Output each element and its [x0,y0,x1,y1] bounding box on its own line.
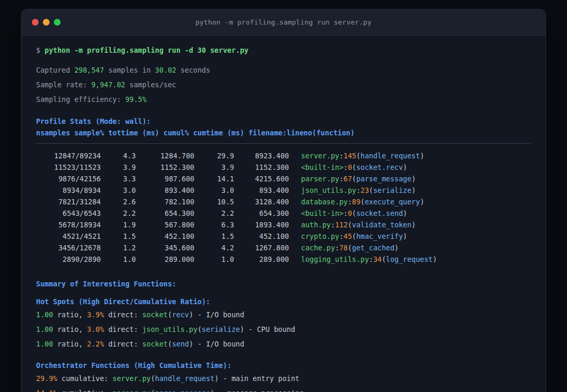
hot-spot-item: 1.00 ratio, 3.9% direct: socket(recv) - … [36,309,531,320]
sample-pct-cell: 2.2 [101,207,136,219]
cumtime-cell: 654.300 [234,207,289,219]
file-name: <built-in> [301,209,343,217]
file-name: json_utils.py [301,186,356,194]
tottime-cell: 987.600 [136,173,194,185]
line-number: 89 [352,198,361,206]
minimize-button[interactable] [43,19,50,26]
function-name: serialize [373,186,411,194]
duration-value: 30.02 [155,66,177,74]
file-name: <built-in> [301,163,343,171]
table-header-divider [36,143,531,144]
target-name: socket [142,310,168,319]
cumtime-cell: 1267.800 [234,242,289,253]
maximize-button[interactable] [54,19,61,26]
target-name: json_utils.py [142,325,198,333]
open-paren: ( [352,163,356,171]
function-location-cell: crypto.py:45(hmac_verify) [301,230,407,242]
function-location-cell: parser.py:67(parse_message) [301,173,416,185]
bound-note: - CPU bound [244,325,295,333]
close-button[interactable] [32,19,39,26]
sample-pct-cell: 3.3 [101,173,136,185]
close-paren: ) [420,198,424,206]
target-name: socket [142,340,168,348]
cumtime-cell: 893.400 [234,185,289,196]
cumul-pct-cell: 29.9 [194,150,234,162]
line-number: 145 [343,152,356,160]
open-paren: ( [352,232,356,240]
sample-pct-cell: 3.0 [101,185,136,196]
open-paren: ( [151,374,155,383]
samples-count: 298,547 [74,66,104,74]
terminal-content: $ python -m profiling.sampling run -d 30… [21,36,546,392]
close-paren: ) [214,374,218,383]
cumul-pct-cell: 6.3 [194,219,234,230]
sample-rate-line: Sample rate: 9,947.02 samples/sec [36,79,531,90]
bound-note: - I/O bound [193,340,245,348]
table-row: 11523/115233.91152.3003.91152.300<built-… [36,162,531,173]
sample-pct-cell: 3.9 [101,162,136,173]
open-paren: ( [151,389,155,392]
ratio-value: 1.00 [36,325,53,333]
cumul-pct-cell: 14.1 [194,173,234,185]
file-name: parser.py [301,175,339,183]
cumulative-label: cumulative: [57,374,113,383]
nsamples-cell: 2890/2890 [36,253,101,265]
prompt-symbol: $ [36,46,44,54]
profile-table: 12847/892344.31284.70029.98923.400server… [36,150,531,265]
ratio-value: 1.00 [36,340,53,348]
orchestrator-item: 14.1% cumulative: parser.py(parse_messag… [36,388,531,392]
tottime-cell: 1152.300 [136,162,194,173]
file-name: parser.py [112,389,151,392]
samples-in-label: samples in [104,66,155,74]
direct-label: direct: [104,310,142,319]
function-name: get_cached [352,244,395,252]
rate-label: Sample rate: [36,80,91,89]
tottime-cell: 345.600 [136,242,194,253]
command-text: python -m profiling.sampling run -d 30 s… [44,46,248,54]
file-name: crypto.py [301,232,339,240]
tottime-cell: 289.000 [136,253,194,265]
hot-spots-list: 1.00 ratio, 3.9% direct: socket(recv) - … [36,309,531,349]
cumtime-cell: 1893.400 [234,219,289,230]
efficiency-line: Sampling efficiency: 99.5% [36,94,531,105]
open-paren: ( [352,175,356,183]
file-name: server.py [301,152,339,160]
cumtime-cell: 3128.400 [234,196,289,207]
profile-stats-heading: Profile Stats (Mode: wall): [36,116,531,126]
rate-unit: samples/sec [125,80,177,89]
function-location-cell: cache.py:78(get_cached) [301,242,399,253]
direct-pct: 3.0% [87,325,105,333]
line-number: 78 [339,244,348,252]
tottime-cell: 567.800 [136,219,194,230]
function-name: validate_token [352,221,412,229]
colon-separator: : [356,186,361,194]
table-row: 7821/312842.6782.10010.53128.400database… [36,196,531,207]
file-name: cache.py [301,244,335,252]
nsamples-cell: 11523/11523 [36,162,101,173]
open-paren: ( [168,310,172,319]
table-row: 8934/89343.0893.4003.0893.400json_utils.… [36,185,531,196]
line-number: 23 [361,186,369,194]
colon-separator: : [348,198,352,206]
line-number: 0 [348,163,352,171]
cumulative-label: cumulative: [57,389,113,392]
open-paren: ( [348,244,352,252]
line-number: 67 [343,175,352,183]
function-location-cell: json_utils.py:23(serialize) [301,185,416,196]
hot-spot-item: 1.00 ratio, 2.2% direct: socket(send) - … [36,339,531,349]
table-row: 9876/421563.3987.60014.14215.600parser.p… [36,173,531,185]
function-location-cell: auth.py:112(validate_token) [301,219,416,230]
close-paren: ) [420,152,424,160]
hot-spots-heading: Hot Spots (High Direct/Cumulative Ratio)… [36,296,531,307]
line-number: 34 [373,255,381,263]
open-paren: ( [352,209,356,217]
nsamples-cell: 5678/18934 [36,219,101,230]
sample-pct-cell: 1.9 [101,219,136,230]
terminal-titlebar: python -m profiling.sampling run server.… [21,9,546,36]
ratio-label: ratio, [53,340,87,348]
sample-pct-cell: 2.6 [101,196,136,207]
close-paren: ) [395,244,399,252]
function-location-cell: server.py:145(handle_request) [301,150,424,162]
sample-pct-cell: 1.2 [101,242,136,253]
file-name: logging_utils.py [301,255,369,263]
